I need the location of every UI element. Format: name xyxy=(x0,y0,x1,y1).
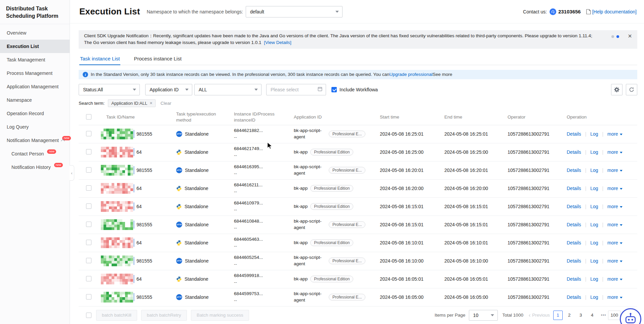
execution-method: Standalone xyxy=(185,186,208,191)
edition-badge: Professional Edition xyxy=(310,276,353,282)
carousel-dot-2[interactable] xyxy=(616,35,619,38)
page-1-button[interactable]: 1 xyxy=(553,311,563,320)
sidebar-item-log-query[interactable]: Log Query xyxy=(0,120,70,134)
phone-icon xyxy=(550,8,556,15)
refresh-button[interactable] xyxy=(626,84,637,95)
details-link[interactable]: Details xyxy=(567,204,581,209)
row-checkbox[interactable] xyxy=(86,294,91,299)
more-pages-button[interactable]: ••• xyxy=(601,313,606,318)
sidebar-item-overview[interactable]: Overview xyxy=(0,26,70,40)
include-workflow-toggle[interactable]: Include Workflowa xyxy=(331,87,378,92)
namespace-select[interactable]: default xyxy=(246,6,343,17)
log-link[interactable]: Log xyxy=(590,222,598,227)
pagination: Items per Page 10 Total 1000 ‹ Previous … xyxy=(435,310,637,321)
application-id: bk-app xyxy=(294,149,308,155)
settings-button[interactable] xyxy=(611,84,622,95)
sidebar-item-execution-list[interactable]: Execution List xyxy=(0,40,70,53)
more-dropdown[interactable]: more xyxy=(607,168,622,173)
row-checkbox[interactable] xyxy=(86,185,91,191)
sidebar-item-task-management[interactable]: Task Management xyxy=(0,53,70,66)
items-per-page-select[interactable]: 10 xyxy=(469,310,498,321)
sidebar-item-process-management[interactable]: Process Management xyxy=(0,66,70,80)
log-link[interactable]: Log xyxy=(590,168,598,173)
row-checkbox[interactable] xyxy=(86,131,91,136)
close-icon[interactable]: × xyxy=(628,32,632,40)
page-100-button[interactable]: 100 xyxy=(608,311,620,320)
batch-mark-success-button[interactable]: Batch marking success xyxy=(191,310,249,321)
tab-task-instance-list[interactable]: Task instance List xyxy=(79,53,120,65)
include-workflow-checkbox[interactable] xyxy=(331,87,337,92)
details-link[interactable]: Details xyxy=(567,222,581,227)
carousel-dot-1[interactable] xyxy=(611,35,614,38)
search-field-select[interactable]: Application ID xyxy=(145,84,192,95)
remove-tag-icon[interactable]: × xyxy=(150,101,152,105)
details-link[interactable]: Details xyxy=(567,186,581,191)
select-all-checkbox[interactable] xyxy=(86,114,91,120)
details-link[interactable]: Details xyxy=(567,294,581,300)
sidebar-item-contact-person[interactable]: Contact Person new xyxy=(0,147,70,160)
page-4-button[interactable]: 4 xyxy=(588,311,597,320)
operator: 1057288613002791 xyxy=(501,240,560,245)
upgrade-professional-link[interactable]: Upgrade professional xyxy=(390,72,433,77)
more-dropdown[interactable]: more xyxy=(607,131,622,137)
batch-kill-button[interactable]: batch batchKill xyxy=(96,310,137,321)
redacted-task-name-mosaic xyxy=(101,183,133,194)
row-checkbox[interactable] xyxy=(86,222,91,227)
log-link[interactable]: Log xyxy=(590,294,598,300)
redacted-task-name-mosaic xyxy=(101,165,133,176)
batch-retry-button[interactable]: batch batchRetry xyxy=(141,310,187,321)
row-checkbox[interactable] xyxy=(86,276,91,281)
more-dropdown[interactable]: more xyxy=(607,258,622,264)
redacted-task-name-mosaic xyxy=(101,292,133,303)
column-task-type: Task type/execution method xyxy=(169,111,227,123)
log-link[interactable]: Log xyxy=(590,131,598,137)
application-id-select[interactable]: ALL xyxy=(194,84,261,95)
details-link[interactable]: Details xyxy=(567,258,581,264)
more-dropdown[interactable]: more xyxy=(607,222,622,227)
status-filter-select[interactable]: Status:All xyxy=(79,84,140,95)
details-link[interactable]: Details xyxy=(567,168,581,173)
more-dropdown[interactable]: more xyxy=(607,204,622,209)
page-3-button[interactable]: 3 xyxy=(576,311,586,320)
row-checkbox[interactable] xyxy=(86,240,91,245)
log-link[interactable]: Log xyxy=(590,186,598,191)
more-dropdown[interactable]: more xyxy=(607,294,622,300)
more-dropdown[interactable]: more xyxy=(607,149,622,155)
previous-page-button[interactable]: ‹ Previous xyxy=(529,313,550,318)
sidebar-item-notification-history[interactable]: Notification History new xyxy=(0,160,70,174)
tab-process-instance-list[interactable]: Process instance List xyxy=(133,53,182,65)
caret-down-icon xyxy=(620,242,622,244)
details-link[interactable]: Details xyxy=(567,149,581,155)
sidebar-item-notification-management[interactable]: Notification Management new xyxy=(0,134,70,147)
filter-tag[interactable]: Application ID:ALL × xyxy=(108,99,156,107)
details-link[interactable]: Details xyxy=(567,131,581,137)
log-link[interactable]: Log xyxy=(590,240,598,245)
http-icon: HTTP xyxy=(176,294,182,300)
sidebar-item-application-management[interactable]: Application Management xyxy=(0,80,70,93)
help-documentation-link[interactable]: [Help documentation] xyxy=(592,9,637,14)
row-checkbox[interactable] xyxy=(86,149,91,154)
sidebar-item-namespace[interactable]: Namespace xyxy=(0,93,70,107)
page-2-button[interactable]: 2 xyxy=(565,311,574,320)
banner-text: Client SDK Upgrade Notification：Recently… xyxy=(84,33,592,45)
log-link[interactable]: Log xyxy=(590,204,598,209)
log-link[interactable]: Log xyxy=(590,149,598,155)
footer-select-all-checkbox[interactable] xyxy=(86,313,91,318)
process-instance-id: -- xyxy=(234,297,287,304)
sidebar-collapse-handle[interactable]: ‹ xyxy=(70,165,74,181)
row-checkbox[interactable] xyxy=(86,167,91,173)
more-dropdown[interactable]: more xyxy=(607,276,622,282)
details-link[interactable]: Details xyxy=(567,276,581,282)
date-range-picker[interactable]: Please select xyxy=(266,84,326,95)
http-icon: HTTP xyxy=(176,222,182,228)
row-checkbox[interactable] xyxy=(86,203,91,209)
row-checkbox[interactable] xyxy=(86,258,91,263)
details-link[interactable]: Details xyxy=(567,240,581,245)
clear-filters-link[interactable]: Clear xyxy=(160,101,171,106)
view-details-link[interactable]: [View Details] xyxy=(264,40,291,45)
log-link[interactable]: Log xyxy=(590,276,598,282)
sidebar-item-operation-record[interactable]: Operation Record xyxy=(0,107,70,120)
log-link[interactable]: Log xyxy=(590,258,598,264)
more-dropdown[interactable]: more xyxy=(607,240,622,245)
more-dropdown[interactable]: more xyxy=(607,186,622,191)
